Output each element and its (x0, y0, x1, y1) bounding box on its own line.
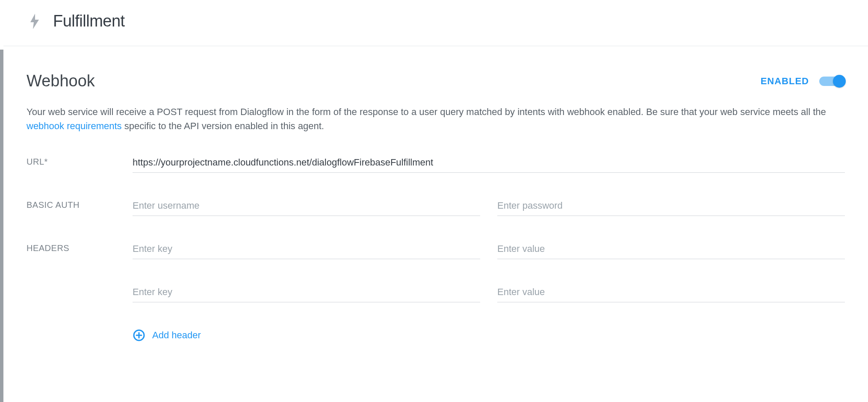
left-rail-scrollbar[interactable] (0, 50, 3, 355)
plus-circle-icon (133, 329, 145, 342)
page-title: Fulfillment (53, 12, 125, 30)
url-label: URL* (27, 154, 133, 167)
add-header-button[interactable]: Add header (133, 329, 845, 342)
page-header: Fulfillment (3, 0, 868, 46)
header-value-input[interactable] (497, 241, 845, 259)
webhook-toggle-label: ENABLED (761, 76, 809, 87)
webhook-toggle-wrap: ENABLED (761, 76, 845, 87)
header-value-input[interactable] (497, 284, 845, 302)
headers-label: HEADERS (27, 241, 133, 253)
webhook-section: Webhook ENABLED Your web service will re… (3, 46, 868, 342)
webhook-toggle[interactable] (819, 76, 845, 87)
url-row: URL* (27, 154, 845, 173)
bolt-icon (28, 13, 41, 30)
fulfillment-page: Fulfillment Webhook ENABLED Your web ser… (0, 0, 868, 342)
headers-row: HEADERS (27, 241, 845, 342)
header-key-input[interactable] (133, 284, 480, 302)
header-key-input[interactable] (133, 241, 480, 259)
webhook-requirements-link[interactable]: webhook requirements (27, 121, 122, 131)
basic-auth-label: BASIC AUTH (27, 198, 133, 210)
webhook-description-pre: Your web service will receive a POST req… (27, 106, 826, 117)
webhook-description: Your web service will receive a POST req… (27, 105, 845, 133)
webhook-title: Webhook (27, 72, 95, 90)
webhook-description-post: specific to the API version enabled in t… (122, 121, 324, 131)
webhook-section-header: Webhook ENABLED (27, 72, 845, 90)
add-header-label: Add header (152, 330, 201, 341)
username-input[interactable] (133, 198, 480, 216)
basic-auth-row: BASIC AUTH (27, 198, 845, 216)
url-input[interactable] (133, 154, 845, 173)
password-input[interactable] (497, 198, 845, 216)
